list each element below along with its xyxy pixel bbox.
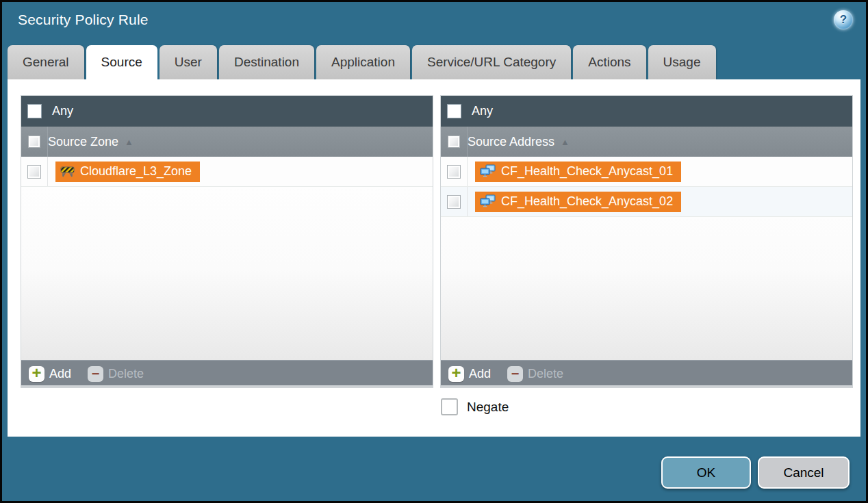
add-button[interactable]: Add	[49, 367, 71, 381]
source-zone-row-checkbox[interactable]	[27, 165, 41, 179]
help-icon[interactable]	[834, 10, 853, 29]
minus-icon[interactable]	[507, 366, 523, 382]
tab-destination[interactable]: Destination	[219, 45, 314, 79]
negate-checkbox[interactable]	[441, 398, 458, 415]
negate-label: Negate	[467, 400, 509, 415]
negate-control: Negate	[441, 398, 509, 415]
source-address-entry-label: CF_Health_Check_Anycast_01	[501, 164, 673, 179]
source-zone-footer: Add Delete	[21, 360, 433, 387]
row-checkbox-cell	[441, 187, 468, 216]
source-address-any-label: Any	[472, 104, 493, 118]
source-address-entry-label: CF_Health_Check_Anycast_02	[501, 194, 673, 209]
plus-icon[interactable]	[448, 366, 464, 382]
source-zone-any-header: Any	[21, 96, 433, 127]
tab-user[interactable]: User	[159, 45, 217, 79]
zone-barrier-icon	[60, 165, 75, 177]
source-zone-rows: Cloudflare_L3_Zone	[21, 157, 433, 360]
source-address-footer: Add Delete	[441, 360, 852, 387]
source-address-column-title: Source Address	[468, 135, 554, 149]
minus-icon[interactable]	[88, 366, 103, 382]
row-checkbox-cell	[21, 157, 48, 186]
table-row[interactable]: Cloudflare_L3_Zone	[21, 157, 433, 187]
ok-button[interactable]: OK	[661, 456, 751, 489]
security-policy-rule-dialog: Security Policy Rule General Source User…	[0, 0, 868, 503]
source-address-column-header[interactable]: Source Address	[441, 127, 852, 157]
source-zone-entry-label: Cloudflare_L3_Zone	[80, 164, 192, 179]
sort-ascending-icon[interactable]	[561, 137, 570, 147]
source-zone-entry[interactable]: Cloudflare_L3_Zone	[55, 162, 200, 182]
tab-general[interactable]: General	[8, 45, 84, 79]
tab-source[interactable]: Source	[86, 45, 157, 79]
select-all-cell	[21, 127, 48, 157]
source-tab-content: Any Source Zone	[8, 79, 860, 437]
source-address-row-checkbox[interactable]	[447, 195, 461, 209]
sort-ascending-icon[interactable]	[125, 137, 133, 147]
add-button[interactable]: Add	[469, 367, 491, 381]
source-zone-select-all-checkbox[interactable]	[28, 136, 40, 148]
source-zone-column-header[interactable]: Source Zone	[21, 127, 433, 157]
table-row[interactable]: CF_Health_Check_Anycast_02	[441, 187, 852, 217]
tab-bar: General Source User Destination Applicat…	[8, 45, 716, 79]
cancel-button[interactable]: Cancel	[758, 456, 850, 489]
source-address-entry[interactable]: CF_Health_Check_Anycast_01	[475, 162, 681, 182]
tab-service-url-category[interactable]: Service/URL Category	[412, 45, 571, 79]
tab-usage[interactable]: Usage	[648, 45, 716, 79]
source-zone-panel: Any Source Zone	[21, 95, 433, 388]
source-zone-any-checkbox[interactable]	[27, 104, 42, 118]
source-zone-column-title: Source Zone	[48, 135, 118, 149]
source-address-select-all-checkbox[interactable]	[448, 136, 460, 148]
delete-button[interactable]: Delete	[108, 367, 144, 381]
table-row[interactable]: CF_Health_Check_Anycast_01	[441, 157, 852, 187]
address-group-icon	[480, 164, 496, 178]
source-address-any-header: Any	[441, 96, 852, 127]
tab-application[interactable]: Application	[316, 45, 410, 79]
address-group-icon	[480, 194, 496, 208]
tab-actions[interactable]: Actions	[573, 45, 646, 79]
delete-button[interactable]: Delete	[528, 367, 563, 381]
source-address-rows: CF_Health_Check_Anycast_01	[441, 157, 852, 360]
dialog-title: Security Policy Rule	[18, 12, 149, 28]
source-zone-any-label: Any	[52, 104, 73, 118]
source-address-any-checkbox[interactable]	[447, 104, 461, 118]
source-address-entry[interactable]: CF_Health_Check_Anycast_02	[475, 192, 681, 212]
source-address-row-checkbox[interactable]	[447, 165, 461, 179]
select-all-cell	[441, 127, 468, 157]
row-checkbox-cell	[441, 157, 468, 186]
plus-icon[interactable]	[29, 366, 44, 382]
source-address-panel: Any Source Address	[440, 95, 853, 388]
